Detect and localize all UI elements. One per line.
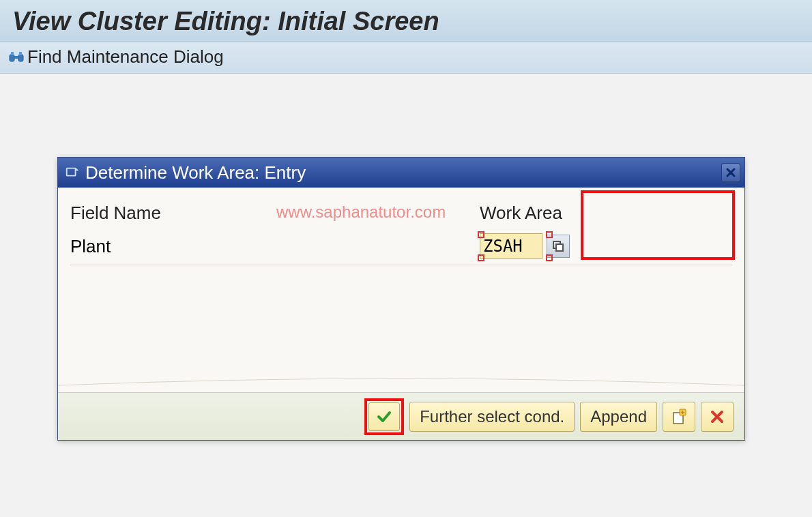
dialog-system-icon [65,165,80,180]
ok-button[interactable] [368,402,400,431]
svg-rect-0 [10,55,14,61]
find-maintenance-label: Find Maintenance Dialog [27,46,224,68]
value-help-button[interactable] [547,235,570,258]
dialog-footer: Further select cond. Append [58,392,744,440]
plant-input[interactable] [480,233,542,259]
plant-input-wrap [480,233,570,259]
cancel-icon [710,409,725,424]
app-toolbar: Find Maintenance Dialog [0,42,812,74]
append-button[interactable]: Append [580,402,657,432]
ok-button-highlight [364,398,404,435]
column-headers: Field Name Work Area [70,203,732,224]
new-entries-icon [670,408,688,426]
field-name-header: Field Name [70,203,480,224]
dialog-close-button[interactable] [721,163,740,182]
check-icon [376,409,392,425]
row-divider [70,265,732,265]
value-help-icon [552,240,564,252]
dialog-titlebar[interactable]: Determine Work Area: Entry [58,158,744,188]
svg-rect-1 [18,55,23,61]
close-icon [725,167,736,178]
svg-rect-4 [19,52,22,55]
svg-rect-7 [556,244,563,251]
work-area-header: Work Area [480,203,616,224]
new-entries-button[interactable] [663,402,695,432]
svg-rect-5 [67,168,76,176]
plant-row: Plant [70,231,732,262]
dialog-body: www.saphanatutor.com Field Name Work Are… [58,188,744,392]
cancel-button[interactable] [701,402,734,432]
page-header: View Cluster Editing: Initial Screen [0,0,812,42]
svg-rect-2 [14,56,18,59]
find-maintenance-dialog-button[interactable]: Find Maintenance Dialog [8,46,224,68]
dialog-title: Determine Work Area: Entry [85,162,306,183]
svg-rect-3 [11,52,14,55]
main-canvas: Determine Work Area: Entry www.saphanatu… [0,74,812,490]
plant-label: Plant [70,236,480,257]
further-select-button[interactable]: Further select cond. [409,402,575,432]
footer-curve [58,372,744,391]
binoculars-icon [8,49,25,65]
page-title: View Cluster Editing: Initial Screen [12,7,800,36]
work-area-dialog: Determine Work Area: Entry www.saphanatu… [57,157,745,441]
